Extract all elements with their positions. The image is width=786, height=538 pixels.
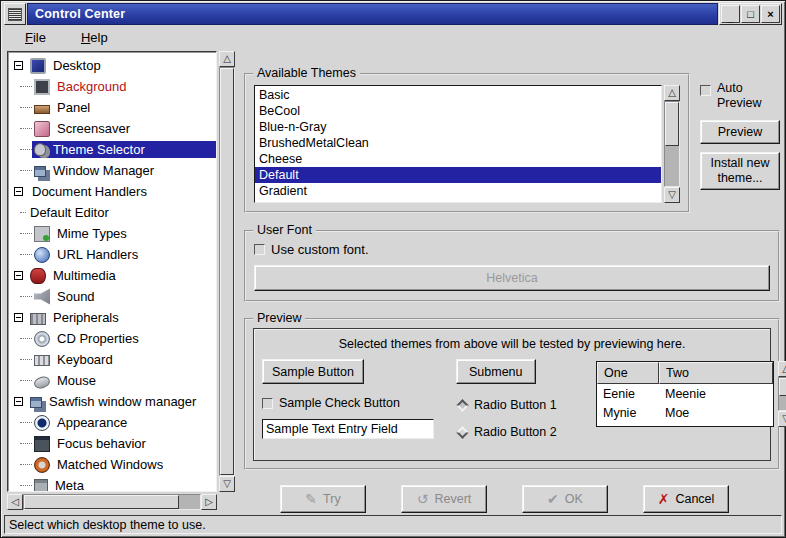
tree-item-keyboard[interactable]: Keyboard	[11, 349, 216, 370]
tree-item-multimedia[interactable]: Multimedia	[11, 265, 216, 286]
radio-diamond-icon	[456, 399, 469, 412]
theme-item-gradient[interactable]: Gradient	[255, 183, 661, 199]
scroll-down-button[interactable]: ▽	[664, 187, 680, 203]
main-area: Desktop Background Panel Screensaver	[4, 50, 782, 512]
tree-item-meta[interactable]: Meta	[11, 475, 216, 492]
scroll-left-button[interactable]: ◁	[7, 494, 23, 510]
tree-item-desktop[interactable]: Desktop	[11, 55, 216, 76]
theme-item-becool[interactable]: BeCool	[255, 103, 661, 119]
tree-item-screensaver[interactable]: Screensaver	[11, 118, 216, 139]
scrollbar-thumb[interactable]	[665, 102, 679, 146]
install-new-theme-button[interactable]: Install new theme...	[700, 152, 780, 190]
tree-item-default-editor[interactable]: Default Editor	[11, 202, 216, 223]
try-button-disabled[interactable]: ✎ Try	[280, 485, 366, 513]
scrollbar-thumb[interactable]	[220, 68, 234, 475]
menu-file[interactable]: File	[21, 28, 50, 47]
expander-minus-icon[interactable]	[14, 313, 23, 322]
dialog-action-buttons: ✎ Try ↺ Revert ✔ OK ✗ Cancel	[244, 485, 780, 513]
tree-item-url-handlers[interactable]: URL Handlers	[11, 244, 216, 265]
tree-vertical-scrollbar[interactable]: △ ▽	[219, 51, 235, 492]
tree-item-sound[interactable]: Sound	[11, 286, 216, 307]
tree-item-cd-properties[interactable]: CD Properties	[11, 328, 216, 349]
tree-connector	[20, 233, 32, 234]
scroll-down-button[interactable]: ▽	[778, 411, 786, 427]
tree-item-mime-types[interactable]: Mime Types	[11, 223, 216, 244]
use-custom-font-checkbox[interactable]: Use custom font.	[254, 242, 770, 257]
window-menu-button[interactable]	[4, 3, 26, 25]
radio-button-1[interactable]: Radio Button 1	[456, 398, 586, 412]
tree-item-matched-windows[interactable]: Matched Windows	[11, 454, 216, 475]
scroll-up-button[interactable]: △	[219, 51, 235, 67]
sample-text-entry[interactable]	[262, 419, 434, 439]
scroll-right-button[interactable]: ▷	[201, 494, 217, 510]
tree-item-appearance[interactable]: Appearance	[11, 412, 216, 433]
tree-item-sawfish[interactable]: Sawfish window manager	[11, 391, 216, 412]
theme-item-brushedmetalclean[interactable]: BrushedMetalClean	[255, 135, 661, 151]
tree-item-background[interactable]: Background	[11, 76, 216, 97]
scrollbar-thumb[interactable]	[24, 495, 179, 509]
scrollbar-trough[interactable]	[778, 377, 786, 411]
theme-item-cheese[interactable]: Cheese	[255, 151, 661, 167]
expander-minus-icon[interactable]	[14, 271, 23, 280]
auto-preview-checkbox[interactable]: Auto Preview	[700, 81, 780, 111]
theme-item-basic[interactable]: Basic	[255, 87, 661, 103]
scrollbar-thumb[interactable]	[779, 378, 786, 396]
meta-icon	[34, 479, 48, 492]
tree-connector	[20, 149, 32, 150]
table-header-two[interactable]: Two	[659, 362, 773, 384]
tree-connector	[20, 359, 32, 360]
panel-icon	[34, 105, 50, 114]
tree-item-document-handlers[interactable]: Document Handlers	[11, 181, 216, 202]
table-row[interactable]: Mynie Moe	[597, 403, 773, 422]
radio-button-2[interactable]: Radio Button 2	[456, 425, 586, 439]
expander-minus-icon[interactable]	[14, 187, 23, 196]
table-row[interactable]: Eenie Meenie	[597, 384, 773, 403]
sample-button[interactable]: Sample Button	[262, 359, 364, 384]
scroll-up-button[interactable]: △	[664, 85, 680, 101]
expander-minus-icon[interactable]	[14, 397, 23, 406]
menu-help[interactable]: Help	[77, 28, 112, 47]
close-button[interactable]: ×	[761, 5, 780, 23]
submenu-button[interactable]: Submenu	[456, 359, 536, 384]
window-title: Control Center	[27, 3, 718, 25]
tree-connector	[20, 380, 32, 381]
radio-2-label: Radio Button 2	[474, 425, 557, 439]
appearance-icon	[34, 415, 50, 431]
scrollbar-trough[interactable]	[23, 494, 201, 510]
maximize-button[interactable]: □	[741, 5, 760, 23]
tree-item-theme-selector[interactable]: Theme Selector	[11, 139, 216, 160]
minimize-button[interactable]: _	[721, 5, 740, 23]
window-controls: _ □ ×	[719, 3, 782, 25]
revert-icon: ↺	[417, 492, 429, 506]
sample-check-label: Sample Check Button	[279, 396, 400, 410]
font-picker-button-disabled[interactable]: Helvetica	[254, 265, 770, 291]
scrollbar-trough[interactable]	[664, 101, 680, 187]
revert-button-disabled[interactable]: ↺ Revert	[401, 485, 487, 513]
cancel-button[interactable]: ✗ Cancel	[643, 485, 729, 513]
scroll-down-button[interactable]: ▽	[219, 476, 235, 492]
sample-check-button[interactable]: Sample Check Button	[262, 396, 448, 410]
theme-list-scrollbar[interactable]: △ ▽	[664, 85, 680, 203]
scroll-up-icon: △	[223, 54, 231, 64]
tree-item-panel[interactable]: Panel	[11, 97, 216, 118]
ok-button-disabled[interactable]: ✔ OK	[522, 485, 608, 513]
theme-item-blue-n-gray[interactable]: Blue-n-Gray	[255, 119, 661, 135]
preview-button[interactable]: Preview	[700, 120, 780, 144]
checkbox-icon	[700, 85, 711, 96]
scroll-up-button[interactable]: △	[778, 361, 786, 377]
tree-connector	[20, 86, 32, 87]
expander-minus-icon[interactable]	[14, 61, 23, 70]
scrollbar-trough[interactable]	[219, 67, 235, 476]
desktop-icon	[30, 58, 46, 74]
theme-item-default-selected[interactable]: Default	[255, 167, 661, 183]
tree-item-window-manager[interactable]: Window Manager	[11, 160, 216, 181]
tree-item-focus-behavior[interactable]: Focus behavior	[11, 433, 216, 454]
status-bar: Select which desktop theme to use.	[4, 515, 782, 534]
table-header-one[interactable]: One	[597, 362, 659, 384]
sample-table-scrollbar[interactable]: △ ▽	[778, 361, 786, 427]
tree-item-mouse[interactable]: Mouse	[11, 370, 216, 391]
tree-horizontal-scrollbar[interactable]: ◁ ▷	[7, 494, 217, 510]
scroll-down-icon: ▽	[782, 414, 786, 424]
tree-item-peripherals[interactable]: Peripherals	[11, 307, 216, 328]
checkbox-icon	[254, 244, 265, 255]
